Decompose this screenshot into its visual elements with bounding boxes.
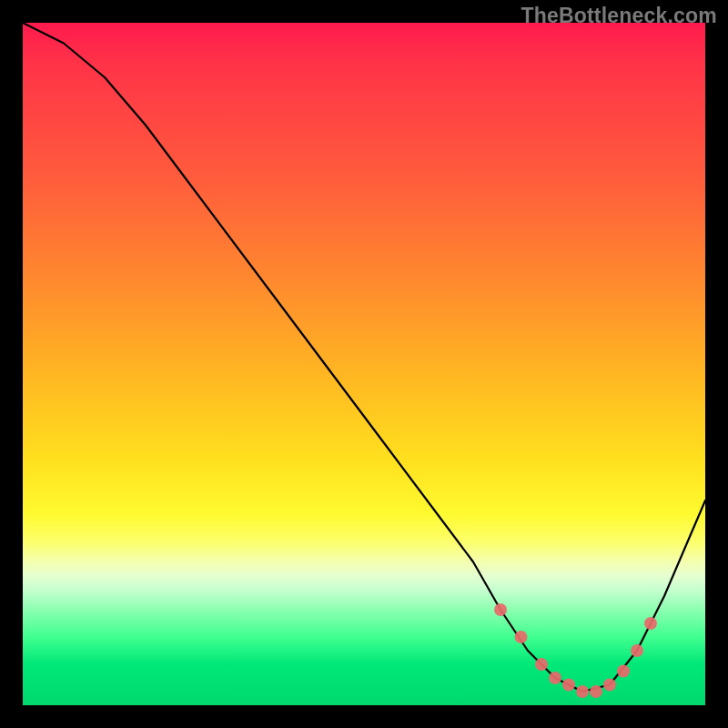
highlight-dot	[644, 617, 657, 630]
highlight-dot	[576, 685, 589, 698]
highlight-dot	[494, 603, 507, 616]
highlight-dot	[631, 644, 643, 657]
plot-area	[23, 23, 705, 705]
highlight-dot	[535, 658, 548, 671]
highlight-dot	[515, 631, 528, 643]
chart-svg	[23, 23, 705, 705]
chart-stage: TheBottleneck.com	[0, 0, 728, 728]
highlight-dot	[549, 672, 561, 684]
highlight-dot	[617, 665, 630, 678]
highlight-dot	[603, 679, 616, 692]
bottleneck-curve	[23, 23, 705, 692]
highlight-dot	[590, 685, 602, 698]
highlight-dot	[562, 679, 575, 692]
highlight-dots	[494, 603, 657, 698]
